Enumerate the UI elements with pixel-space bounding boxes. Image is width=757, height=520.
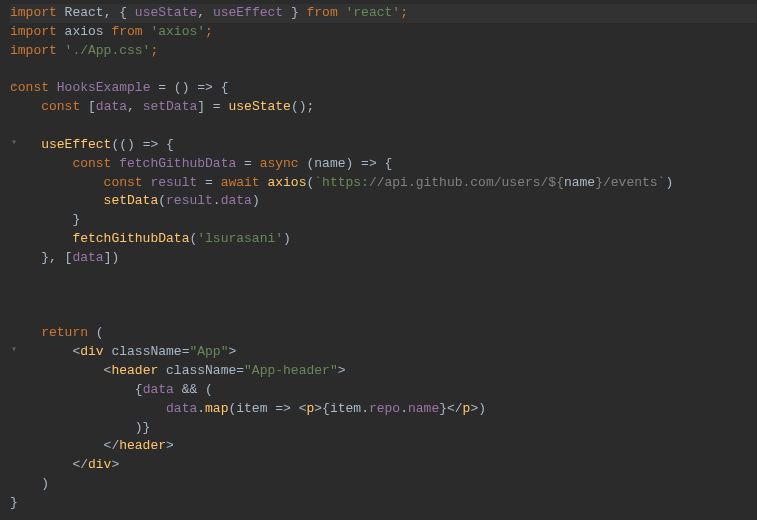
punct: > xyxy=(166,438,174,453)
punct: ] = xyxy=(197,99,228,114)
identifier: data xyxy=(72,250,103,265)
punct: . xyxy=(213,193,221,208)
fold-icon[interactable]: ▾ xyxy=(11,136,17,151)
code-line[interactable]: setData(result.data) xyxy=(10,192,757,211)
identifier: useState xyxy=(135,5,197,20)
code-line[interactable]: const HooksExample = () => { xyxy=(10,79,757,98)
identifier: item xyxy=(330,401,361,416)
func: useEffect xyxy=(10,137,111,152)
identifier: repo xyxy=(369,401,400,416)
keyword: import xyxy=(10,5,65,20)
tag: div xyxy=(88,457,111,472)
identifier: HooksExample xyxy=(57,80,158,95)
code-line[interactable]: } xyxy=(10,211,757,230)
string: 'axios' xyxy=(150,24,205,39)
punct: [ xyxy=(88,99,96,114)
punct: </ xyxy=(10,457,88,472)
string: //api.github.com/users/${ xyxy=(369,175,564,190)
code-line[interactable]: import axios from 'axios'; xyxy=(10,23,757,42)
punct: { xyxy=(10,382,143,397)
code-line[interactable]: </div> xyxy=(10,456,757,475)
keyword: from xyxy=(111,24,150,39)
code-line[interactable]: ) xyxy=(10,475,757,494)
punct: (); xyxy=(291,99,314,114)
code-line[interactable] xyxy=(10,306,757,325)
func: fetchGithubData xyxy=(10,231,189,246)
code-line[interactable]: const [data, setData] = useState(); xyxy=(10,98,757,117)
punct: , xyxy=(197,5,213,20)
punct: } xyxy=(10,212,80,227)
code-line[interactable]: const result = await axios(`https://api.… xyxy=(10,174,757,193)
string: 'react' xyxy=(346,5,401,20)
punct: } xyxy=(10,495,18,510)
string: "App-header" xyxy=(244,363,338,378)
code-line[interactable]: <div className="App"> xyxy=(10,343,757,362)
func: map xyxy=(205,401,228,416)
punct: < xyxy=(10,363,111,378)
string: "App" xyxy=(189,344,228,359)
func: useState xyxy=(228,99,290,114)
punct: (() => { xyxy=(111,137,173,152)
punct: ; xyxy=(400,5,408,20)
identifier: setData xyxy=(143,99,198,114)
code-editor[interactable]: import React, { useState, useEffect } fr… xyxy=(10,4,757,520)
identifier: data xyxy=(10,401,197,416)
punct: . xyxy=(400,401,408,416)
code-line[interactable]: <header className="App-header"> xyxy=(10,362,757,381)
punct: , xyxy=(127,99,143,114)
punct: ; xyxy=(150,43,158,58)
punct: , { xyxy=(104,5,135,20)
code-line[interactable]: {data && ( xyxy=(10,381,757,400)
identifier: name xyxy=(408,401,439,416)
punct: > xyxy=(338,363,346,378)
code-line[interactable]: data.map(item => <p>{item.repo.name}</p>… xyxy=(10,400,757,419)
code-line[interactable]: )} xyxy=(10,419,757,438)
punct: </ xyxy=(10,438,119,453)
func: setData xyxy=(10,193,158,208)
attr: className xyxy=(166,363,236,378)
identifier: data xyxy=(221,193,252,208)
code-line[interactable]: return ( xyxy=(10,324,757,343)
identifier: data xyxy=(96,99,127,114)
punct: . xyxy=(197,401,205,416)
code-line[interactable]: useEffect(() => { xyxy=(10,136,757,155)
code-line[interactable]: }, [data]) xyxy=(10,249,757,268)
code-line[interactable] xyxy=(10,513,757,520)
func: axios xyxy=(267,175,306,190)
punct: . xyxy=(361,401,369,416)
punct: = xyxy=(244,156,260,171)
code-line[interactable]: const fetchGithubData = async (name) => … xyxy=(10,155,757,174)
code-line[interactable] xyxy=(10,287,757,306)
keyword: const xyxy=(10,99,88,114)
string: }/events` xyxy=(595,175,665,190)
string: `https: xyxy=(314,175,369,190)
identifier: React xyxy=(65,5,104,20)
identifier: result xyxy=(150,175,205,190)
code-line[interactable]: import './App.css'; xyxy=(10,42,757,61)
keyword: from xyxy=(307,5,346,20)
punct: ) => { xyxy=(346,156,393,171)
fold-icon[interactable]: ▾ xyxy=(11,79,17,94)
punct: ) xyxy=(10,476,49,491)
fold-icon[interactable]: ▾ xyxy=(11,343,17,358)
attr: className xyxy=(111,344,181,359)
punct: > xyxy=(111,457,119,472)
code-line[interactable] xyxy=(10,61,757,80)
punct: >{ xyxy=(314,401,330,416)
code-line[interactable]: } xyxy=(10,494,757,513)
punct: } xyxy=(291,5,307,20)
keyword: async xyxy=(260,156,307,171)
identifier: useEffect xyxy=(213,5,291,20)
punct: > xyxy=(228,344,236,359)
param: item xyxy=(236,401,275,416)
string: './App.css' xyxy=(65,43,151,58)
code-line[interactable] xyxy=(10,268,757,287)
punct: >) xyxy=(470,401,486,416)
keyword: await xyxy=(221,175,268,190)
param: name xyxy=(314,156,345,171)
code-line[interactable]: fetchGithubData('lsurasani') xyxy=(10,230,757,249)
keyword: const xyxy=(10,156,119,171)
code-line[interactable]: </header> xyxy=(10,437,757,456)
code-line[interactable]: import React, { useState, useEffect } fr… xyxy=(10,4,757,23)
code-line[interactable] xyxy=(10,117,757,136)
